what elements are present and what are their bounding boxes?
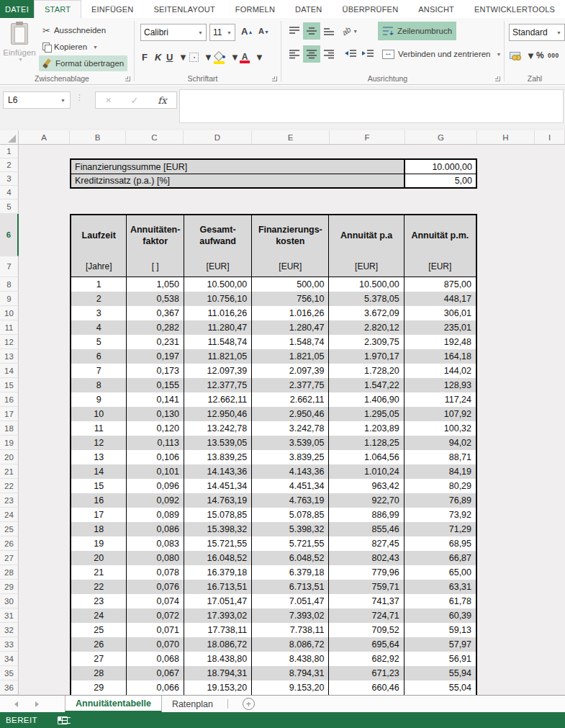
table-cell[interactable]: 16.379,18 <box>184 565 252 580</box>
table-cell[interactable]: 5.398,32 <box>252 522 329 536</box>
row-header-20[interactable]: 20 <box>0 450 19 464</box>
table-cell[interactable]: 8.794,31 <box>252 666 329 680</box>
table-cell[interactable]: 28 <box>71 666 127 680</box>
table-cell[interactable]: 0,282 <box>127 320 184 335</box>
table-cell[interactable]: 1.548,74 <box>252 335 329 349</box>
table-cell[interactable]: 4.451,34 <box>252 479 329 493</box>
italic-button[interactable]: K <box>155 48 161 66</box>
table-cell[interactable]: 56,91 <box>404 652 476 666</box>
table-cell[interactable]: 0,066 <box>127 680 184 695</box>
row-header-30[interactable]: 30 <box>0 594 19 608</box>
table-cell[interactable]: 1,050 <box>127 277 184 292</box>
table-cell[interactable]: 12.950,46 <box>184 407 252 421</box>
font-color-dropdown[interactable]: ▼ <box>255 48 264 66</box>
wrap-text-button[interactable]: Zeilenumbruch <box>378 22 456 40</box>
row-header-6[interactable]: 6 <box>0 214 19 256</box>
ribbon-tab-überprüfen[interactable]: ÜBERPRÜFEN <box>333 0 409 18</box>
sheet-nav-left-icon[interactable] <box>14 701 18 707</box>
table-cell[interactable]: 6.379,18 <box>252 565 329 580</box>
table-cell[interactable]: 2.377,75 <box>252 378 329 392</box>
table-cell[interactable]: 21 <box>71 565 127 580</box>
table-cell[interactable]: 0,092 <box>127 493 184 508</box>
row-header-7[interactable]: 7 <box>0 256 19 277</box>
orientation-button[interactable]: ab ▼ <box>342 22 363 40</box>
table-cell[interactable]: 802,43 <box>329 551 404 565</box>
table-cell[interactable]: 7.393,02 <box>252 608 329 623</box>
grow-font-button[interactable]: A▲ <box>241 22 248 40</box>
table-cell[interactable]: 20 <box>71 551 127 565</box>
table-cell[interactable]: 0,074 <box>127 594 184 608</box>
table-cell[interactable]: 4.143,36 <box>252 464 329 479</box>
ribbon-tab-datei[interactable]: DATEI <box>0 0 34 18</box>
table-cell[interactable]: 6.713,51 <box>252 580 329 594</box>
sheet-tab-active[interactable]: Annuitätentabelle <box>65 696 162 712</box>
table-cell[interactable]: 71,29 <box>404 522 476 536</box>
table-cell[interactable]: 1 <box>71 277 127 292</box>
table-cell[interactable]: 2.309,75 <box>329 335 404 349</box>
table-cell[interactable]: 724,71 <box>329 608 404 623</box>
sheet-nav-right-icon[interactable] <box>35 701 39 707</box>
table-cell[interactable]: 855,46 <box>329 522 404 536</box>
row-header-13[interactable]: 13 <box>0 349 19 364</box>
row-header-25[interactable]: 25 <box>0 522 19 536</box>
table-cell[interactable]: 0,083 <box>127 536 184 551</box>
table-cell[interactable]: 1.821,05 <box>252 349 329 364</box>
table-cell[interactable]: 19.153,20 <box>184 680 252 695</box>
table-cell[interactable]: 11.821,05 <box>184 349 252 364</box>
align-top-button[interactable] <box>286 22 303 40</box>
table-cell[interactable]: 18 <box>71 522 127 536</box>
ribbon-tab-formeln[interactable]: FORMELN <box>225 0 285 18</box>
table-cell[interactable]: 4 <box>71 320 127 335</box>
table-cell[interactable]: 1.970,17 <box>329 349 404 364</box>
paste-button[interactable]: Einfügen ▼ <box>2 20 37 81</box>
table-cell[interactable]: 8.438,80 <box>252 652 329 666</box>
font-name-select[interactable]: Calibri ▼ <box>140 24 207 41</box>
row-header-35[interactable]: 35 <box>0 666 19 680</box>
row-header-1[interactable]: 1 <box>0 145 19 158</box>
parameter-value-cell[interactable]: 5,00 <box>405 174 476 187</box>
macro-record-icon[interactable] <box>58 716 68 724</box>
select-all-corner[interactable] <box>0 130 19 144</box>
comma-style-button[interactable]: 000 <box>548 47 559 64</box>
table-cell[interactable]: 0,197 <box>127 349 184 364</box>
table-cell[interactable]: 15.398,32 <box>184 522 252 536</box>
bold-button[interactable]: F <box>142 48 148 66</box>
row-header-29[interactable]: 29 <box>0 580 19 594</box>
table-cell[interactable]: 144,02 <box>404 364 476 378</box>
table-cell[interactable]: 8.086,72 <box>252 637 329 652</box>
table-cell[interactable]: 0,078 <box>127 565 184 580</box>
row-header-9[interactable]: 9 <box>0 292 19 306</box>
table-cell[interactable]: 26 <box>71 637 127 652</box>
table-cell[interactable]: 14 <box>71 464 127 479</box>
table-cell[interactable]: 9 <box>71 392 127 407</box>
table-cell[interactable]: 25 <box>71 623 127 637</box>
table-cell[interactable]: 7 <box>71 364 127 378</box>
table-cell[interactable]: 17.738,11 <box>184 623 252 637</box>
table-cell[interactable]: 12.377,75 <box>184 378 252 392</box>
table-cell[interactable]: 15 <box>71 479 127 493</box>
table-cell[interactable]: 671,23 <box>329 666 404 680</box>
table-cell[interactable]: 0,141 <box>127 392 184 407</box>
table-cell[interactable]: 963,42 <box>329 479 404 493</box>
table-cell[interactable]: 66,87 <box>404 551 476 565</box>
fill-color-button[interactable] <box>214 48 225 66</box>
table-cell[interactable]: 5.078,85 <box>252 508 329 522</box>
table-cell[interactable]: 10.756,10 <box>184 292 252 306</box>
table-cell[interactable]: 2.950,46 <box>252 407 329 421</box>
increase-indent-button[interactable] <box>359 45 376 63</box>
table-cell[interactable]: 16.713,51 <box>184 580 252 594</box>
table-cell[interactable]: 8 <box>71 378 127 392</box>
row-header-15[interactable]: 15 <box>0 378 19 392</box>
format-painter-button[interactable]: Format übertragen <box>39 55 127 71</box>
row-header-16[interactable]: 16 <box>0 392 19 407</box>
table-cell[interactable]: 5 <box>71 335 127 349</box>
font-color-button[interactable]: A <box>240 48 250 66</box>
table-cell[interactable]: 100,32 <box>404 421 476 436</box>
row-header-3[interactable]: 3 <box>0 172 19 186</box>
font-size-select[interactable]: 11 ▼ <box>209 24 235 41</box>
column-header-G[interactable]: G <box>405 130 477 144</box>
table-cell[interactable]: 0,120 <box>127 421 184 436</box>
table-cell[interactable]: 0,068 <box>127 652 184 666</box>
table-cell[interactable]: 12.662,11 <box>184 392 252 407</box>
table-cell[interactable]: 5.721,55 <box>252 536 329 551</box>
